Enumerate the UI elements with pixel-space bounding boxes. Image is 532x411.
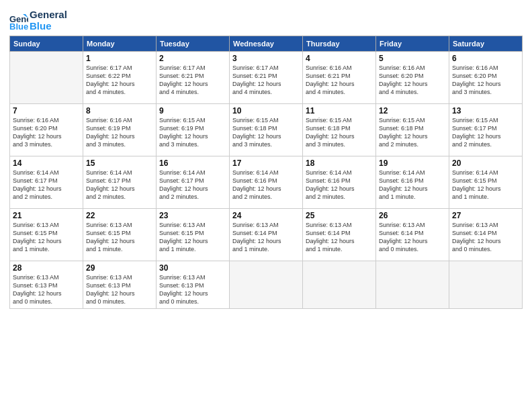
cell-info: Sunrise: 6:15 AM Sunset: 6:18 PM Dayligh… <box>306 116 373 149</box>
calendar-cell: 16Sunrise: 6:14 AM Sunset: 6:17 PM Dayli… <box>157 156 230 209</box>
calendar-cell: 21Sunrise: 6:13 AM Sunset: 6:15 PM Dayli… <box>10 209 83 261</box>
calendar-cell: 14Sunrise: 6:14 AM Sunset: 6:17 PM Dayli… <box>10 156 83 209</box>
day-number: 4 <box>306 54 373 63</box>
day-number: 23 <box>159 211 226 220</box>
day-number: 14 <box>13 158 80 168</box>
calendar-cell: 11Sunrise: 6:15 AM Sunset: 6:18 PM Dayli… <box>303 104 376 156</box>
day-number: 30 <box>159 263 226 273</box>
calendar-cell <box>303 261 376 309</box>
calendar-cell: 18Sunrise: 6:14 AM Sunset: 6:16 PM Dayli… <box>303 156 376 209</box>
day-number: 20 <box>452 158 519 168</box>
cell-info: Sunrise: 6:15 AM Sunset: 6:19 PM Dayligh… <box>159 116 226 149</box>
day-number: 6 <box>452 54 519 63</box>
calendar-table: SundayMondayTuesdayWednesdayThursdayFrid… <box>9 36 523 309</box>
day-number: 7 <box>13 106 80 116</box>
cell-info: Sunrise: 6:16 AM Sunset: 6:19 PM Dayligh… <box>86 116 153 149</box>
day-number: 19 <box>379 158 446 168</box>
calendar-cell: 27Sunrise: 6:13 AM Sunset: 6:14 PM Dayli… <box>449 209 523 261</box>
cell-info: Sunrise: 6:14 AM Sunset: 6:16 PM Dayligh… <box>306 169 373 201</box>
calendar-cell: 4Sunrise: 6:16 AM Sunset: 6:21 PM Daylig… <box>303 52 376 104</box>
day-number: 10 <box>232 106 300 116</box>
cell-info: Sunrise: 6:17 AM Sunset: 6:22 PM Dayligh… <box>86 64 153 97</box>
cell-info: Sunrise: 6:16 AM Sunset: 6:20 PM Dayligh… <box>379 64 446 97</box>
day-number: 5 <box>379 54 446 63</box>
weekday-header: Thursday <box>303 36 376 52</box>
day-number: 2 <box>159 54 226 63</box>
day-number: 16 <box>159 158 226 168</box>
cell-info: Sunrise: 6:14 AM Sunset: 6:16 PM Dayligh… <box>232 169 300 201</box>
day-number: 15 <box>86 158 153 168</box>
cell-info: Sunrise: 6:13 AM Sunset: 6:14 PM Dayligh… <box>379 221 446 254</box>
logo-general: General <box>30 9 67 21</box>
day-number: 25 <box>306 211 373 220</box>
calendar-cell: 26Sunrise: 6:13 AM Sunset: 6:14 PM Dayli… <box>376 209 449 261</box>
cell-info: Sunrise: 6:13 AM Sunset: 6:13 PM Dayligh… <box>159 273 226 306</box>
cell-info: Sunrise: 6:17 AM Sunset: 6:21 PM Dayligh… <box>232 64 300 97</box>
weekday-header: Monday <box>83 36 157 52</box>
calendar-cell: 24Sunrise: 6:13 AM Sunset: 6:14 PM Dayli… <box>230 209 303 261</box>
cell-info: Sunrise: 6:16 AM Sunset: 6:21 PM Dayligh… <box>306 64 373 97</box>
cell-info: Sunrise: 6:13 AM Sunset: 6:13 PM Dayligh… <box>86 273 153 306</box>
calendar-cell: 29Sunrise: 6:13 AM Sunset: 6:13 PM Dayli… <box>83 261 157 309</box>
cell-info: Sunrise: 6:15 AM Sunset: 6:18 PM Dayligh… <box>232 116 300 149</box>
day-number: 28 <box>13 263 80 273</box>
logo: General Blue General Blue <box>9 9 67 32</box>
day-number: 21 <box>13 211 80 220</box>
cell-info: Sunrise: 6:17 AM Sunset: 6:21 PM Dayligh… <box>159 64 226 97</box>
calendar-cell: 30Sunrise: 6:13 AM Sunset: 6:13 PM Dayli… <box>157 261 230 309</box>
day-number: 26 <box>379 211 446 220</box>
calendar-cell: 6Sunrise: 6:16 AM Sunset: 6:20 PM Daylig… <box>449 52 523 104</box>
calendar-cell <box>376 261 449 309</box>
logo-icon: General Blue <box>9 11 28 30</box>
calendar-week-row: 1Sunrise: 6:17 AM Sunset: 6:22 PM Daylig… <box>10 52 523 104</box>
day-number: 22 <box>86 211 153 220</box>
calendar-week-row: 7Sunrise: 6:16 AM Sunset: 6:20 PM Daylig… <box>10 104 523 156</box>
calendar-cell: 12Sunrise: 6:15 AM Sunset: 6:18 PM Dayli… <box>376 104 449 156</box>
calendar-cell: 19Sunrise: 6:14 AM Sunset: 6:16 PM Dayli… <box>376 156 449 209</box>
cell-info: Sunrise: 6:14 AM Sunset: 6:17 PM Dayligh… <box>159 169 226 201</box>
cell-info: Sunrise: 6:15 AM Sunset: 6:17 PM Dayligh… <box>452 116 519 149</box>
calendar-cell: 28Sunrise: 6:13 AM Sunset: 6:13 PM Dayli… <box>10 261 83 309</box>
calendar-cell <box>449 261 523 309</box>
cell-info: Sunrise: 6:14 AM Sunset: 6:15 PM Dayligh… <box>452 169 519 201</box>
weekday-header-row: SundayMondayTuesdayWednesdayThursdayFrid… <box>10 36 523 52</box>
calendar-cell: 5Sunrise: 6:16 AM Sunset: 6:20 PM Daylig… <box>376 52 449 104</box>
day-number: 27 <box>452 211 519 220</box>
calendar-cell: 9Sunrise: 6:15 AM Sunset: 6:19 PM Daylig… <box>157 104 230 156</box>
calendar-cell: 20Sunrise: 6:14 AM Sunset: 6:15 PM Dayli… <box>449 156 523 209</box>
day-number: 8 <box>86 106 153 116</box>
calendar-cell <box>230 261 303 309</box>
calendar-cell: 2Sunrise: 6:17 AM Sunset: 6:21 PM Daylig… <box>157 52 230 104</box>
day-number: 18 <box>306 158 373 168</box>
day-number: 3 <box>232 54 300 63</box>
calendar-cell: 17Sunrise: 6:14 AM Sunset: 6:16 PM Dayli… <box>230 156 303 209</box>
weekday-header: Saturday <box>449 36 523 52</box>
weekday-header: Sunday <box>10 36 83 52</box>
cell-info: Sunrise: 6:14 AM Sunset: 6:17 PM Dayligh… <box>13 169 80 201</box>
calendar-cell: 1Sunrise: 6:17 AM Sunset: 6:22 PM Daylig… <box>83 52 157 104</box>
cell-info: Sunrise: 6:14 AM Sunset: 6:16 PM Dayligh… <box>379 169 446 201</box>
weekday-header: Friday <box>376 36 449 52</box>
calendar-week-row: 28Sunrise: 6:13 AM Sunset: 6:13 PM Dayli… <box>10 261 523 309</box>
calendar-cell: 15Sunrise: 6:14 AM Sunset: 6:17 PM Dayli… <box>83 156 157 209</box>
calendar-cell: 22Sunrise: 6:13 AM Sunset: 6:15 PM Dayli… <box>83 209 157 261</box>
header: General Blue General Blue <box>9 7 523 32</box>
cell-info: Sunrise: 6:13 AM Sunset: 6:15 PM Dayligh… <box>86 221 153 254</box>
calendar-cell: 23Sunrise: 6:13 AM Sunset: 6:15 PM Dayli… <box>157 209 230 261</box>
day-number: 17 <box>232 158 300 168</box>
day-number: 12 <box>379 106 446 116</box>
svg-text:Blue: Blue <box>9 21 28 30</box>
cell-info: Sunrise: 6:14 AM Sunset: 6:17 PM Dayligh… <box>86 169 153 201</box>
calendar-cell: 7Sunrise: 6:16 AM Sunset: 6:20 PM Daylig… <box>10 104 83 156</box>
weekday-header: Wednesday <box>230 36 303 52</box>
calendar-cell: 13Sunrise: 6:15 AM Sunset: 6:17 PM Dayli… <box>449 104 523 156</box>
page: General Blue General Blue SundayMondayTu… <box>0 0 532 411</box>
calendar-week-row: 14Sunrise: 6:14 AM Sunset: 6:17 PM Dayli… <box>10 156 523 209</box>
cell-info: Sunrise: 6:13 AM Sunset: 6:13 PM Dayligh… <box>13 273 80 306</box>
day-number: 9 <box>159 106 226 116</box>
day-number: 13 <box>452 106 519 116</box>
cell-info: Sunrise: 6:13 AM Sunset: 6:14 PM Dayligh… <box>232 221 300 254</box>
calendar-cell: 10Sunrise: 6:15 AM Sunset: 6:18 PM Dayli… <box>230 104 303 156</box>
day-number: 1 <box>86 54 153 63</box>
cell-info: Sunrise: 6:16 AM Sunset: 6:20 PM Dayligh… <box>13 116 80 149</box>
